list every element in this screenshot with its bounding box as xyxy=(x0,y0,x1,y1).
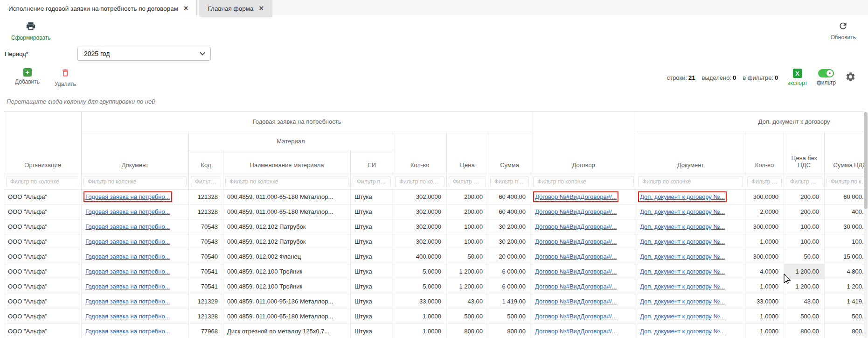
cell-unit: Штука xyxy=(351,190,393,204)
cell-document-link[interactable]: Годовая заявка на потребно... xyxy=(85,298,170,305)
column-header-sum2[interactable]: Сумма НДС xyxy=(825,132,864,174)
column-header-document[interactable]: Документ xyxy=(82,132,189,174)
scrollbar-thumb[interactable] xyxy=(864,112,868,209)
vertical-scrollbar[interactable] xyxy=(864,112,868,338)
cell-sum2: 30 000.00 xyxy=(825,219,864,234)
cell-contract-doc-link[interactable]: Доп. документ к договору №... xyxy=(640,298,725,305)
column-header-price[interactable]: Цена xyxy=(447,132,488,174)
column-header-sum[interactable]: Сумма xyxy=(488,132,531,174)
cell-qty2: 2.0000 xyxy=(745,204,784,219)
delete-button[interactable]: Удалить xyxy=(55,68,76,87)
cell-contract-link: Договор №#ВидДоговора#/... xyxy=(531,309,636,324)
cell-document-link[interactable]: Годовая заявка на потребно... xyxy=(85,193,170,200)
cell-contract-link[interactable]: Договор №#ВидДоговора#/... xyxy=(535,268,617,275)
column-header-qty[interactable]: Кол-во xyxy=(393,132,447,174)
cell-document-link[interactable]: Годовая заявка на потребно... xyxy=(85,283,170,290)
filter-input-price2[interactable] xyxy=(786,176,822,187)
cell-contract-doc-link[interactable]: Доп. документ к договору №... xyxy=(640,328,725,335)
filter-input-document[interactable] xyxy=(83,176,187,187)
grid-toolbar: + Добавить Удалить строки:21 выделено:0 … xyxy=(0,63,868,92)
data-grid-wrapper: Организация Годовая заявка на потребност… xyxy=(4,111,864,338)
filter-input-unit[interactable] xyxy=(353,176,391,187)
filter-input-material-name[interactable] xyxy=(225,176,348,187)
cell-contract-doc-link[interactable]: Доп. документ к договору №... xyxy=(640,253,725,260)
stat-selected: выделено:0 xyxy=(702,74,736,81)
column-header-unit[interactable]: ЕИ xyxy=(351,150,393,174)
cell-contract-doc-link[interactable]: Доп. документ к договору №... xyxy=(640,223,725,230)
cell-sum2: 800.00 xyxy=(825,324,864,338)
filter-input-qty[interactable] xyxy=(395,176,444,187)
close-icon[interactable]: × xyxy=(259,5,264,12)
chevron-down-icon xyxy=(200,50,205,55)
period-select[interactable]: 2025 год xyxy=(77,47,211,61)
generate-button-label: Сформировать xyxy=(11,35,51,41)
column-header-document2[interactable]: Документ xyxy=(636,132,745,174)
cell-contract-link[interactable]: Договор №#ВидДоговора#/... xyxy=(535,253,617,260)
cell-document-link: Годовая заявка на потребно... xyxy=(82,264,189,279)
cell-document-link[interactable]: Годовая заявка на потребно... xyxy=(85,223,170,230)
refresh-button[interactable]: Обновить xyxy=(831,21,856,41)
stat-filtered: в фильтре:0 xyxy=(743,74,778,81)
cell-document-link: Годовая заявка на потребно... xyxy=(82,249,189,264)
cell-contract-link[interactable]: Договор №#ВидДоговора#/... xyxy=(535,193,617,200)
column-header-material-name[interactable]: Наименование материала xyxy=(223,150,351,174)
filter-input-sum[interactable] xyxy=(490,176,529,187)
cell-contract-link[interactable]: Договор №#ВидДоговора#/... xyxy=(535,313,617,320)
group-panel[interactable]: Перетащите сюда колонку для группировки … xyxy=(0,92,868,111)
cell-contract-doc-link: Доп. документ к договору №... xyxy=(636,279,745,294)
cell-unit: Штука xyxy=(351,234,393,249)
cell-qty2: 1.0000 xyxy=(745,309,784,324)
tab-main-form[interactable]: Главная форма × xyxy=(199,0,272,17)
filter-toggle[interactable] xyxy=(818,69,834,77)
filter-input-document2[interactable] xyxy=(638,176,743,187)
column-header-price2[interactable]: Цена без НДС xyxy=(784,132,825,174)
cell-contract-doc-link[interactable]: Доп. документ к договору №... xyxy=(640,268,725,275)
column-header-organization[interactable]: Организация xyxy=(4,112,82,174)
filter-input-qty2[interactable] xyxy=(747,176,782,187)
cell-price: 43.00 xyxy=(447,294,488,309)
filter-cell xyxy=(745,174,784,190)
add-button[interactable]: + Добавить xyxy=(15,68,40,87)
stat-rows: строки:21 xyxy=(667,74,695,81)
column-header-contract[interactable]: Договор xyxy=(531,112,636,174)
cell-document-link[interactable]: Годовая заявка на потребно... xyxy=(85,208,170,215)
cell-document-link[interactable]: Годовая заявка на потребно... xyxy=(85,313,170,320)
generate-button[interactable]: Сформировать xyxy=(11,21,51,41)
cell-code: 70543 xyxy=(189,234,223,249)
cell-organization: ООО "Альфа" xyxy=(4,190,82,204)
cell-contract-doc-link[interactable]: Доп. документ к договору №... xyxy=(640,208,725,215)
cell-contract-link[interactable]: Договор №#ВидДоговора#/... xyxy=(535,298,617,305)
cell-sum2: 4 800.00 xyxy=(825,264,864,279)
cell-contract-link[interactable]: Договор №#ВидДоговора#/... xyxy=(535,283,617,290)
cell-code: 121329 xyxy=(189,294,223,309)
cell-contract-link[interactable]: Договор №#ВидДоговора#/... xyxy=(535,223,617,230)
filter-input-sum2[interactable] xyxy=(826,176,864,187)
tab-annual-request-execution[interactable]: Исполнение годовой заявки на потребность… xyxy=(0,0,197,17)
cell-document-link[interactable]: Годовая заявка на потребно... xyxy=(85,268,170,275)
cell-contract-link[interactable]: Договор №#ВидДоговора#/... xyxy=(535,328,617,335)
cell-contract-link[interactable]: Договор №#ВидДоговора#/... xyxy=(535,208,617,215)
filter-input-code[interactable] xyxy=(191,176,221,187)
cell-contract-doc-link[interactable]: Доп. документ к договору №... xyxy=(640,238,725,245)
cell-material-name: 000.4859. 011.000-65-180 Металлор... xyxy=(223,309,351,324)
cell-document-link[interactable]: Годовая заявка на потребно... xyxy=(85,328,170,335)
filter-input-organization[interactable] xyxy=(6,176,79,187)
gear-icon[interactable] xyxy=(845,71,856,84)
delete-button-label: Удалить xyxy=(55,81,76,87)
cell-document-link[interactable]: Годовая заявка на потребно... xyxy=(85,238,170,245)
cell-contract-doc-link[interactable]: Доп. документ к договору №... xyxy=(640,313,725,320)
column-header-qty2[interactable]: Кол-во xyxy=(745,132,784,174)
cell-document-link[interactable]: Годовая заявка на потребно... xyxy=(85,253,170,260)
cell-organization: ООО "Альфа" xyxy=(4,204,82,219)
filter-input-price[interactable] xyxy=(449,176,486,187)
cell-contract-doc-link[interactable]: Доп. документ к договору №... xyxy=(640,283,725,290)
cell-contract-link[interactable]: Договор №#ВидДоговора#/... xyxy=(535,238,617,245)
export-button[interactable]: X экспорт xyxy=(787,69,807,86)
table-row: ООО "Альфа"Годовая заявка на потребно...… xyxy=(4,190,865,204)
filter-input-contract[interactable] xyxy=(533,176,634,187)
grid-body: ООО "Альфа"Годовая заявка на потребно...… xyxy=(4,190,865,338)
column-header-code[interactable]: Код xyxy=(189,150,223,174)
cell-material-name: 000.4859. 011.000-95-136 Металлор... xyxy=(223,294,351,309)
cell-contract-doc-link[interactable]: Доп. документ к договору №... xyxy=(640,193,725,200)
close-icon[interactable]: × xyxy=(184,5,188,12)
